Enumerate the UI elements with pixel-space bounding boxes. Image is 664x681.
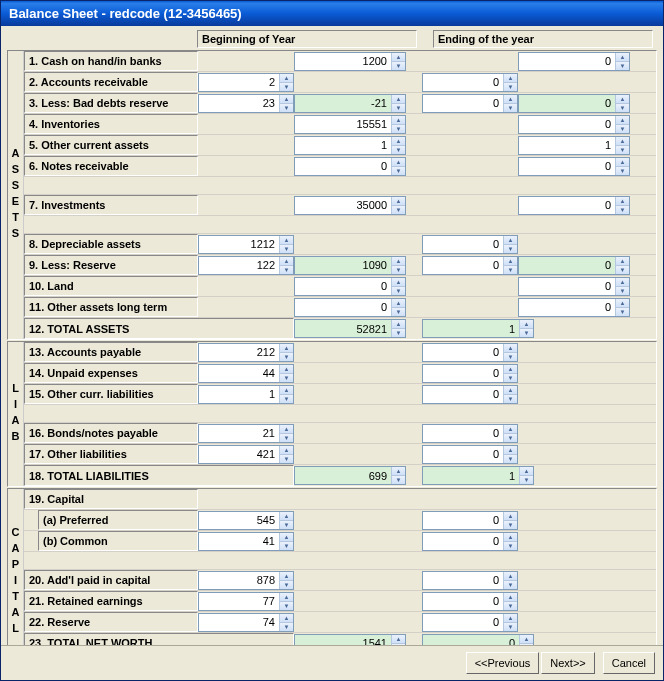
spinner-up-icon[interactable]: ▲	[504, 614, 517, 623]
r11-e2[interactable]: ▲▼	[518, 298, 630, 317]
spinner-down-icon[interactable]: ▼	[504, 542, 517, 550]
r12-e2[interactable]: ▲▼	[422, 319, 534, 338]
r5-e2-arrows[interactable]: ▲▼	[615, 137, 629, 154]
r15-e1[interactable]: ▲▼	[422, 385, 518, 404]
r9-e2-arrows[interactable]: ▲▼	[615, 257, 629, 274]
r3-e2-input[interactable]	[519, 95, 615, 112]
spinner-up-icon[interactable]: ▲	[392, 278, 405, 287]
r4-e2[interactable]: ▲▼	[518, 115, 630, 134]
r12-b2-input[interactable]	[295, 320, 391, 337]
spinner-down-icon[interactable]: ▼	[616, 308, 629, 316]
r21-e1-arrows[interactable]: ▲▼	[503, 593, 517, 610]
r15-b1-input[interactable]	[199, 386, 279, 403]
spinner-up-icon[interactable]: ▲	[280, 512, 293, 521]
spinner-down-icon[interactable]: ▼	[616, 104, 629, 112]
r22-e1[interactable]: ▲▼	[422, 613, 518, 632]
r11-e2-arrows[interactable]: ▲▼	[615, 299, 629, 316]
r14-b1-arrows[interactable]: ▲▼	[279, 365, 293, 382]
r16-b1-arrows[interactable]: ▲▼	[279, 425, 293, 442]
spinner-down-icon[interactable]: ▼	[504, 104, 517, 112]
r10-b2[interactable]: ▲▼	[294, 277, 406, 296]
r17-b1-arrows[interactable]: ▲▼	[279, 446, 293, 463]
r3-b1[interactable]: ▲▼	[198, 94, 294, 113]
r19a-b1-arrows[interactable]: ▲▼	[279, 512, 293, 529]
r17-b1[interactable]: ▲▼	[198, 445, 294, 464]
r6-e2[interactable]: ▲▼	[518, 157, 630, 176]
spinner-up-icon[interactable]: ▲	[280, 572, 293, 581]
spinner-up-icon[interactable]: ▲	[504, 593, 517, 602]
spinner-up-icon[interactable]: ▲	[504, 236, 517, 245]
spinner-down-icon[interactable]: ▼	[504, 623, 517, 631]
r9-b2-input[interactable]	[295, 257, 391, 274]
spinner-up-icon[interactable]: ▲	[280, 74, 293, 83]
r13-b1-input[interactable]	[199, 344, 279, 361]
spinner-up-icon[interactable]: ▲	[504, 572, 517, 581]
r18-e2-arrows[interactable]: ▲▼	[519, 467, 533, 484]
r14-b1-input[interactable]	[199, 365, 279, 382]
r15-e1-input[interactable]	[423, 386, 503, 403]
r19b-e1[interactable]: ▲▼	[422, 532, 518, 551]
r6-b2-input[interactable]	[295, 158, 391, 175]
r23-e2-arrows[interactable]: ▲▼	[519, 635, 533, 646]
spinner-up-icon[interactable]: ▲	[392, 197, 405, 206]
r4-b2-arrows[interactable]: ▲▼	[391, 116, 405, 133]
spinner-down-icon[interactable]: ▼	[504, 353, 517, 361]
spinner-up-icon[interactable]: ▲	[280, 257, 293, 266]
r16-e1-input[interactable]	[423, 425, 503, 442]
r5-b2-input[interactable]	[295, 137, 391, 154]
r2-e1-input[interactable]	[423, 74, 503, 91]
r10-e2-arrows[interactable]: ▲▼	[615, 278, 629, 295]
r5-b2-arrows[interactable]: ▲▼	[391, 137, 405, 154]
r3-e2[interactable]: ▲▼	[518, 94, 630, 113]
r23-e2-input[interactable]	[423, 635, 519, 646]
r20-e1-arrows[interactable]: ▲▼	[503, 572, 517, 589]
spinner-up-icon[interactable]: ▲	[504, 95, 517, 104]
r9-e2-input[interactable]	[519, 257, 615, 274]
spinner-down-icon[interactable]: ▼	[392, 476, 405, 484]
r12-e2-input[interactable]	[423, 320, 519, 337]
spinner-down-icon[interactable]: ▼	[392, 167, 405, 175]
spinner-up-icon[interactable]: ▲	[392, 116, 405, 125]
r7-b2-input[interactable]	[295, 197, 391, 214]
spinner-up-icon[interactable]: ▲	[504, 533, 517, 542]
r16-b1[interactable]: ▲▼	[198, 424, 294, 443]
r3-b1-input[interactable]	[199, 95, 279, 112]
spinner-up-icon[interactable]: ▲	[520, 467, 533, 476]
r21-b1[interactable]: ▲▼	[198, 592, 294, 611]
spinner-up-icon[interactable]: ▲	[280, 365, 293, 374]
r20-e1[interactable]: ▲▼	[422, 571, 518, 590]
r22-b1-arrows[interactable]: ▲▼	[279, 614, 293, 631]
r3-b1-arrows[interactable]: ▲▼	[279, 95, 293, 112]
r7-e2[interactable]: ▲▼	[518, 196, 630, 215]
r2-e1[interactable]: ▲▼	[422, 73, 518, 92]
r12-e2-arrows[interactable]: ▲▼	[519, 320, 533, 337]
spinner-up-icon[interactable]: ▲	[616, 116, 629, 125]
r19b-e1-input[interactable]	[423, 533, 503, 550]
r23-b2[interactable]: ▲▼	[294, 634, 406, 646]
spinner-down-icon[interactable]: ▼	[392, 287, 405, 295]
spinner-up-icon[interactable]: ▲	[504, 344, 517, 353]
spinner-up-icon[interactable]: ▲	[280, 533, 293, 542]
spinner-up-icon[interactable]: ▲	[392, 320, 405, 329]
spinner-up-icon[interactable]: ▲	[392, 53, 405, 62]
r14-e1-arrows[interactable]: ▲▼	[503, 365, 517, 382]
spinner-down-icon[interactable]: ▼	[392, 329, 405, 337]
spinner-down-icon[interactable]: ▼	[504, 395, 517, 403]
spinner-down-icon[interactable]: ▼	[280, 353, 293, 361]
spinner-down-icon[interactable]: ▼	[280, 581, 293, 589]
r3-b2[interactable]: ▲▼	[294, 94, 406, 113]
r7-b2-arrows[interactable]: ▲▼	[391, 197, 405, 214]
spinner-up-icon[interactable]: ▲	[280, 95, 293, 104]
spinner-down-icon[interactable]: ▼	[616, 266, 629, 274]
r15-e1-arrows[interactable]: ▲▼	[503, 386, 517, 403]
r5-e2-input[interactable]	[519, 137, 615, 154]
r12-b2[interactable]: ▲▼	[294, 319, 406, 338]
spinner-down-icon[interactable]: ▼	[504, 266, 517, 274]
r17-e1-input[interactable]	[423, 446, 503, 463]
r2-b1-input[interactable]	[199, 74, 279, 91]
r10-e2[interactable]: ▲▼	[518, 277, 630, 296]
r18-e2[interactable]: ▲▼	[422, 466, 534, 485]
r19a-b1-input[interactable]	[199, 512, 279, 529]
r9-b1-arrows[interactable]: ▲▼	[279, 257, 293, 274]
spinner-up-icon[interactable]: ▲	[616, 257, 629, 266]
